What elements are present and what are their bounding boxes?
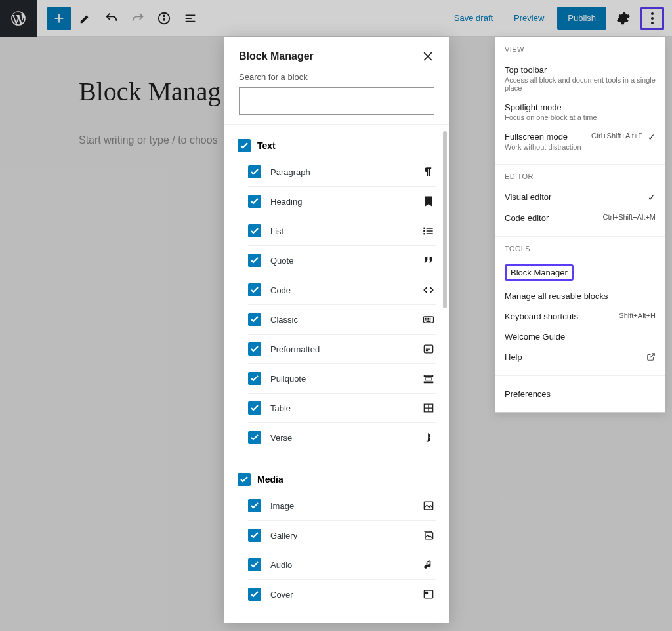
block-label: Cover	[270, 590, 412, 600]
section-title: EDITOR	[505, 173, 656, 180]
checkbox[interactable]	[248, 372, 261, 385]
options-section-view: VIEW Top toolbarAccess all block and doc…	[495, 37, 665, 165]
gallery-icon	[421, 529, 436, 542]
checkbox[interactable]	[248, 254, 261, 267]
verse-icon	[421, 431, 436, 444]
block-label: List	[270, 226, 412, 236]
checkbox[interactable]	[248, 165, 261, 178]
options-section-prefs: Preferences	[495, 376, 665, 412]
block-row[interactable]: Quote	[248, 246, 436, 275]
checkbox[interactable]	[248, 195, 261, 208]
block-label: Table	[270, 403, 412, 413]
svg-line-6	[650, 354, 654, 357]
search-block-section: Search for a block	[224, 72, 449, 125]
image-icon	[421, 499, 436, 512]
options-menu: VIEW Top toolbarAccess all block and doc…	[495, 37, 665, 413]
checkbox[interactable]	[248, 588, 261, 601]
menu-item-reusable-blocks[interactable]: Manage all reusable blocks	[505, 286, 656, 306]
block-label: Verse	[270, 433, 412, 443]
table-icon	[421, 401, 436, 415]
block-row[interactable]: Cover	[248, 580, 436, 609]
section-title: VIEW	[505, 45, 656, 53]
menu-item-visual-editor[interactable]: Visual editor ✓	[505, 187, 656, 208]
category-label: Text	[257, 140, 276, 151]
preformatted-icon	[421, 342, 436, 356]
checkbox[interactable]	[248, 224, 261, 237]
checkbox[interactable]	[248, 499, 261, 512]
code-icon	[421, 283, 436, 296]
checkbox[interactable]	[248, 283, 261, 296]
block-row[interactable]: Code	[248, 275, 436, 305]
checkbox[interactable]	[248, 401, 261, 415]
block-row[interactable]: Audio	[248, 550, 436, 580]
block-label: Classic	[270, 315, 412, 325]
block-label: Heading	[270, 197, 412, 207]
block-row[interactable]: List	[248, 216, 436, 246]
close-button[interactable]	[421, 50, 434, 63]
block-row[interactable]: Image	[248, 491, 436, 521]
external-link-icon	[646, 352, 656, 361]
bookmark-icon	[421, 195, 436, 208]
block-row[interactable]: Verse	[248, 423, 436, 452]
block-label: Paragraph	[270, 167, 412, 177]
check-icon: ✓	[648, 192, 656, 203]
search-label: Search for a block	[239, 72, 434, 82]
checkbox[interactable]	[238, 139, 251, 152]
block-label: Pullquote	[270, 374, 412, 384]
block-label: Quote	[270, 256, 412, 266]
menu-item-spotlight[interactable]: Spotlight modeFocus on one block at a ti…	[505, 97, 656, 127]
cover-icon	[421, 588, 436, 601]
menu-item-top-toolbar[interactable]: Top toolbarAccess all block and document…	[505, 60, 656, 97]
close-icon	[421, 50, 434, 63]
checkbox[interactable]	[248, 431, 261, 444]
category-label: Media	[257, 474, 284, 485]
block-label: Gallery	[270, 531, 412, 540]
block-row[interactable]: Table	[248, 394, 436, 423]
block-label: Code	[270, 285, 412, 295]
keyboard-icon	[421, 313, 436, 326]
section-title: TOOLS	[505, 245, 656, 253]
menu-item-welcome-guide[interactable]: Welcome Guide	[505, 327, 656, 347]
pullquote-icon	[421, 372, 436, 385]
search-input[interactable]	[239, 87, 434, 115]
audio-icon	[421, 558, 436, 571]
category-row[interactable]: Media	[238, 468, 436, 491]
block-label: Audio	[270, 560, 412, 570]
scrollbar-thumb[interactable]	[443, 131, 447, 308]
check-icon: ✓	[648, 132, 656, 142]
quote-icon	[421, 254, 436, 267]
block-label: Image	[270, 501, 412, 511]
modal-header: Block Manager	[224, 37, 449, 72]
menu-item-keyboard-shortcuts[interactable]: Keyboard shortcuts Shift+Alt+H	[505, 306, 656, 327]
block-row[interactable]: Pullquote	[248, 364, 436, 394]
modal-title: Block Manager	[239, 51, 314, 62]
options-section-editor: EDITOR Visual editor ✓ Code editor Ctrl+…	[495, 165, 665, 237]
block-row[interactable]: Preformatted	[248, 335, 436, 364]
options-section-tools: TOOLS Block Manager Manage all reusable …	[495, 237, 665, 376]
block-row[interactable]: Classic	[248, 305, 436, 335]
block-row[interactable]: Paragraph	[248, 157, 436, 187]
checkbox[interactable]	[248, 313, 261, 326]
menu-item-code-editor[interactable]: Code editor Ctrl+Shift+Alt+M	[505, 208, 656, 228]
checkbox[interactable]	[238, 473, 251, 486]
block-manager-modal: Block Manager Search for a block Text Pa…	[224, 37, 449, 623]
block-row[interactable]: Heading	[248, 187, 436, 216]
checkbox[interactable]	[248, 529, 261, 542]
checkbox[interactable]	[248, 342, 261, 356]
modal-scroll[interactable]: Text Paragraph Heading List Quote Code C…	[224, 125, 449, 623]
menu-item-help[interactable]: Help	[505, 347, 656, 367]
menu-item-fullscreen[interactable]: Fullscreen modeWork without distraction …	[505, 127, 656, 156]
category-row[interactable]: Text	[238, 134, 436, 157]
checkbox[interactable]	[248, 558, 261, 571]
block-row[interactable]: Gallery	[248, 521, 436, 550]
block-label: Preformatted	[270, 344, 412, 354]
list-icon	[421, 224, 436, 237]
menu-item-preferences[interactable]: Preferences	[505, 384, 656, 404]
pilcrow-icon	[421, 165, 436, 178]
menu-item-block-manager[interactable]: Block Manager	[505, 259, 656, 286]
